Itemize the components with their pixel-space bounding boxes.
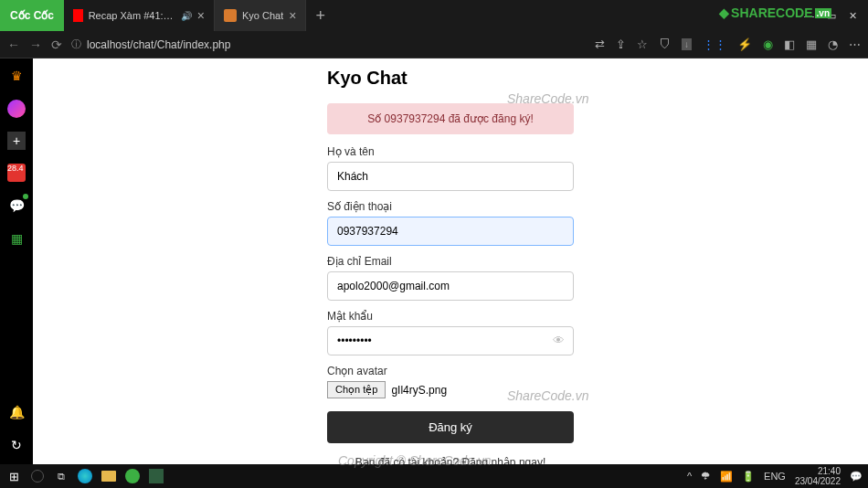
name-input[interactable] — [327, 162, 574, 191]
phone-input[interactable] — [327, 217, 574, 246]
bolt-icon[interactable]: ⚡ — [737, 37, 752, 51]
tab-title: Kyo Chat — [242, 10, 283, 21]
new-tab-button[interactable]: + — [306, 0, 334, 31]
browser-sidebar: ♛ + 28.4 💬 ▦ 🔔 ↻ — [0, 58, 33, 464]
site-info-icon[interactable]: ⓘ — [71, 37, 81, 51]
close-icon[interactable]: × — [289, 8, 296, 23]
tray-network-icon[interactable]: 🌩 — [701, 471, 711, 482]
maximize-button[interactable]: ▭ — [827, 10, 836, 22]
login-prompt-text: Bạn đã có tài khoản? — [355, 456, 462, 464]
download-icon[interactable]: ↓ — [682, 38, 692, 50]
crown-icon[interactable]: ♛ — [6, 66, 26, 86]
name-label: Họ và tên — [327, 145, 574, 158]
explorer-icon[interactable] — [101, 468, 117, 484]
browser-titlebar: Cốc Cốc Recap Xàm #41: Biệt Đội 🔊 × Kyo … — [0, 0, 868, 31]
phone-label: Số điện thoại — [327, 200, 574, 213]
close-icon[interactable]: × — [197, 8, 205, 23]
youtube-icon — [73, 9, 83, 22]
browser-logo: Cốc Cốc — [0, 0, 64, 31]
start-button[interactable]: ⊞ — [5, 468, 22, 484]
windows-taskbar: ⊞ ⧉ ^ 🌩 📶 🔋 ENG 21:40 23/04/2022 💬 — [0, 464, 868, 488]
profile-icon[interactable]: ◔ — [828, 37, 838, 51]
coccoc-ext-icon[interactable]: ◉ — [763, 37, 773, 51]
file-choose-button[interactable]: Chọn tệp — [327, 381, 386, 398]
email-label: Địa chỉ Email — [327, 255, 574, 268]
ext1-icon[interactable]: ◧ — [784, 37, 795, 51]
minimize-button[interactable]: — — [804, 10, 814, 21]
taskview-button[interactable]: ⧉ — [53, 468, 69, 484]
email-input[interactable] — [327, 271, 574, 301]
search-button[interactable] — [29, 468, 46, 484]
tray-battery-icon[interactable]: 🔋 — [742, 471, 755, 483]
window-controls: — ▭ ✕ — [793, 10, 868, 22]
avatar-label: Chọn avatar — [327, 365, 574, 377]
messenger-icon[interactable] — [6, 99, 26, 119]
page-title: Kyo Chat — [327, 68, 574, 89]
bell-icon[interactable]: 🔔 — [6, 402, 26, 422]
sound-icon[interactable]: 🔊 — [181, 11, 192, 21]
error-alert: Số 0937937294 đã được đăng ký! — [327, 103, 574, 134]
chat-icon — [224, 9, 237, 22]
password-input[interactable] — [327, 326, 574, 355]
share-icon[interactable]: ⇪ — [616, 37, 626, 51]
url-field[interactable]: ⓘ localhost/chat/Chat/index.php — [71, 37, 586, 51]
close-window-button[interactable]: ✕ — [849, 10, 857, 22]
clock-time: 21:40 — [795, 466, 841, 476]
url-text: localhost/chat/Chat/index.php — [87, 38, 230, 51]
tray-up-icon[interactable]: ^ — [687, 471, 692, 482]
notifications-icon[interactable]: 💬 — [850, 471, 863, 483]
page-viewport: Kyo Chat Số 0937937294 đã được đăng ký! … — [33, 58, 868, 464]
login-link[interactable]: Đăng nhập ngay! — [462, 456, 546, 464]
tab-kyochat[interactable]: Kyo Chat × — [215, 0, 306, 31]
tab-strip: Recap Xàm #41: Biệt Đội 🔊 × Kyo Chat × + — [64, 0, 793, 31]
status-icon[interactable]: 💬 — [6, 196, 26, 216]
clock[interactable]: 21:40 23/04/2022 — [795, 466, 841, 486]
signup-card: Kyo Chat Số 0937937294 đã được đăng ký! … — [309, 58, 592, 464]
login-prompt: Bạn đã có tài khoản? Đăng nhập ngay! — [327, 456, 574, 464]
file-name: gIl4ryS.png — [391, 384, 447, 397]
cast-icon[interactable]: ⋮⋮ — [703, 37, 726, 51]
translate-icon[interactable]: ⇄ — [595, 37, 605, 51]
coccoc-taskbar-icon[interactable] — [124, 468, 141, 484]
shield-icon[interactable]: ⛉ — [659, 37, 671, 51]
reload-button[interactable]: ⟳ — [51, 37, 62, 52]
submit-button[interactable]: Đăng ký — [327, 411, 574, 443]
eye-icon[interactable]: 👁 — [553, 334, 565, 347]
history-icon[interactable]: ↻ — [6, 435, 26, 455]
tray-wifi-icon[interactable]: 📶 — [720, 471, 733, 483]
tray-lang[interactable]: ENG — [764, 471, 786, 482]
address-bar: ← → ⟳ ⓘ localhost/chat/Chat/index.php ⇄ … — [0, 31, 868, 58]
tab-youtube[interactable]: Recap Xàm #41: Biệt Đội 🔊 × — [64, 0, 215, 31]
notepad-icon[interactable] — [148, 468, 164, 484]
ext2-icon[interactable]: ▦ — [806, 37, 817, 51]
clock-date: 23/04/2022 — [795, 476, 841, 486]
bookmark-icon[interactable]: ☆ — [637, 37, 648, 51]
back-button[interactable]: ← — [7, 37, 20, 52]
toolbar-actions: ⇄ ⇪ ☆ ⛉ ↓ ⋮⋮ ⚡ ◉ ◧ ▦ ◔ ⋯ — [595, 37, 861, 51]
edge-icon[interactable] — [77, 468, 93, 484]
app-icon[interactable]: 28.4 — [6, 163, 26, 183]
password-label: Mật khẩu — [327, 310, 574, 323]
forward-button[interactable]: → — [29, 37, 42, 52]
grid-icon[interactable]: ▦ — [6, 228, 26, 249]
menu-icon[interactable]: ⋯ — [849, 37, 861, 51]
tab-title: Recap Xàm #41: Biệt Đội — [89, 10, 175, 22]
plus-icon[interactable]: + — [7, 132, 26, 150]
